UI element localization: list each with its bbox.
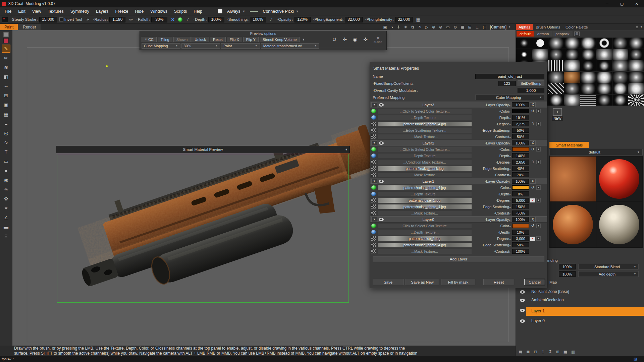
cavity-modulator-value[interactable]: 1,000 — [518, 88, 544, 93]
move-down-icon[interactable]: ↧ — [549, 350, 552, 354]
blob-tool[interactable]: ● — [2, 167, 10, 175]
visibility-icon[interactable] — [520, 309, 525, 312]
disable-icon[interactable]: ⊘ — [453, 25, 457, 29]
list-options-icon[interactable]: ▤ — [519, 350, 522, 354]
green-sphere-icon[interactable] — [178, 17, 182, 22]
pattern-tool[interactable]: ✳ — [2, 185, 10, 193]
texture-slot[interactable]: ...Mask Texture... — [377, 172, 472, 178]
menu-item-help[interactable]: Help — [190, 8, 206, 15]
blue-cross-icon[interactable]: ✕ — [170, 17, 176, 22]
degree-value[interactable]: 2,650 — [512, 160, 529, 165]
maximize-button[interactable]: ▢ — [614, 0, 629, 7]
alpha-thumbnail[interactable] — [548, 49, 564, 60]
flip-y-button[interactable]: Flip Y — [243, 37, 259, 42]
degree-value[interactable]: 2,275 — [512, 121, 529, 126]
reset-color-icon[interactable]: ↺ — [530, 109, 535, 113]
airbrush-tool[interactable]: ≋ — [2, 63, 10, 71]
material-name-field[interactable]: paint_old_rust — [475, 74, 544, 79]
pan-icon[interactable]: ✛ — [363, 37, 368, 43]
pin-icon[interactable]: ♦ — [345, 147, 347, 151]
alpha-thumbnail[interactable] — [612, 95, 628, 106]
current-alpha-chip[interactable] — [3, 32, 9, 37]
alpha-thumbnail[interactable] — [580, 60, 596, 71]
flip-x-button[interactable]: Flip X — [227, 37, 242, 42]
layer-stack-item-ambientocclusion[interactable]: AmbientOcclusion — [516, 297, 644, 304]
color-swatch[interactable] — [512, 109, 529, 113]
material-transformed-w-dropdown[interactable]: Material transformed w/▼ — [261, 43, 319, 49]
alpha-thumbnail[interactable] — [628, 49, 644, 60]
texture-thumbnail[interactable]: patterns\noise_photo_4.jpg — [377, 204, 472, 209]
alpha-thumbnail[interactable] — [532, 49, 548, 60]
alpha-folder-penpack[interactable]: penpack — [552, 31, 573, 37]
menu-item-file[interactable]: File — [1, 8, 15, 15]
color-swatch[interactable] — [512, 185, 529, 190]
depth-value[interactable]: 10% — [512, 230, 529, 235]
texture-slot[interactable]: ...Edge Scattering Texture... — [377, 128, 472, 133]
checkbox-icon[interactable] — [59, 17, 63, 21]
contrast-value[interactable]: 50% — [512, 134, 529, 139]
duplicate-layer-icon[interactable]: ⊡ — [534, 350, 537, 354]
alpha-thumbnail[interactable] — [564, 95, 580, 106]
pencil-tool[interactable]: ✏ — [2, 54, 10, 62]
connective-dropdown[interactable]: Connective Picki ▼ — [263, 9, 299, 14]
rotate-view-icon[interactable]: ↻ — [418, 25, 421, 29]
delete-layer-icon[interactable]: X — [530, 102, 536, 107]
depth-value[interactable]: 191% — [512, 115, 529, 120]
move-icon[interactable]: ✛ — [343, 37, 347, 43]
edge-scattering-value[interactable]: 40% — [512, 166, 529, 171]
texture-thumbnail[interactable]: patterns\noise_photo_4.jpg — [377, 121, 472, 127]
eye-tool[interactable]: ◉ — [2, 176, 10, 184]
color-swatch[interactable] — [512, 147, 529, 152]
new-alpha-button[interactable]: + NEW — [550, 108, 565, 121]
texture-slot[interactable]: ...Depth Texture... — [377, 230, 472, 235]
alpha-thumbnail[interactable] — [628, 95, 644, 106]
menu-item-view[interactable]: View — [29, 8, 45, 15]
delete-layer-icon[interactable]: X — [530, 217, 536, 222]
alpha-thumbnail[interactable] — [612, 72, 628, 83]
remove-texture-icon[interactable]: ✕ — [530, 198, 535, 202]
fixed-bump-value[interactable]: 123 — [498, 81, 516, 86]
alpha-thumbnail[interactable] — [580, 38, 596, 49]
depth-value[interactable]: 100% — [208, 17, 224, 22]
alpha-folder-default[interactable]: default — [517, 31, 534, 37]
texture-thumbnail[interactable]: patterns\noise_photo_4.jpg — [377, 185, 472, 190]
smoothing-value[interactable]: 100% — [250, 17, 266, 22]
alpha-thumbnail[interactable] — [564, 38, 580, 49]
tiling-button[interactable]: Tiling — [158, 37, 172, 42]
menu-item-textures[interactable]: Textures — [45, 8, 67, 15]
set-def-bump-button[interactable]: SetDefBump — [518, 80, 544, 86]
brush-tip-icon[interactable]: ✑ — [85, 17, 91, 22]
panel-menu-icon[interactable]: ≡ — [636, 25, 638, 29]
steady-stroke-value[interactable]: 15,000 — [39, 17, 57, 22]
texture-slot[interactable]: ...Click to Select Color Texture... — [377, 109, 472, 114]
image-tool[interactable]: ▦ — [2, 110, 10, 118]
ruler-tool[interactable]: ∠ — [2, 214, 10, 222]
alpha-thumbnail[interactable] — [516, 49, 532, 60]
menu-item-hide[interactable]: Hide — [132, 8, 147, 15]
stencil-preview-icon[interactable] — [218, 9, 222, 13]
stroke-icon-2[interactable]: ∕ — [268, 17, 274, 22]
dock-tab-brush-options[interactable]: Brush Options — [533, 24, 563, 30]
layer-stack-item-layer-1[interactable]: Layer 1 — [516, 307, 644, 316]
alpha-thumbnail[interactable] — [516, 38, 532, 49]
visibility-icon[interactable] — [379, 180, 384, 183]
texture-slot[interactable]: ...Depth Texture... — [377, 153, 472, 159]
blend-opacity-value[interactable]: 100% — [559, 271, 576, 277]
opacity-value[interactable]: 120% — [294, 17, 311, 22]
alpha-thumbnail[interactable] — [596, 95, 612, 106]
layer-opacity-value[interactable]: 100% — [512, 179, 529, 184]
texture-thumbnail[interactable]: patterns\leaks_mask.jpg — [377, 166, 472, 171]
preview-window-titlebar[interactable]: Smart Material Preview ♦ — [56, 146, 350, 153]
dropdown-icon[interactable]: ▼ — [536, 160, 541, 164]
snap-grid-icon[interactable]: ⊞ — [468, 25, 472, 29]
menu-item-edit[interactable]: Edit — [15, 8, 29, 15]
alpha-thumbnail[interactable] — [564, 72, 580, 83]
alpha-thumbnail[interactable] — [596, 49, 612, 60]
add-layer-button[interactable]: Add Layer — [373, 256, 544, 262]
light-icon[interactable]: ✶ — [404, 25, 407, 29]
curve-profile-icon[interactable]: ☽ — [530, 160, 535, 164]
reset-rotation-icon[interactable]: ↺ — [332, 37, 337, 43]
alpha-thumbnail[interactable] — [612, 49, 628, 60]
blend-opacity-value[interactable]: 100% — [559, 264, 576, 269]
degree-value[interactable]: 5,000 — [512, 198, 529, 203]
